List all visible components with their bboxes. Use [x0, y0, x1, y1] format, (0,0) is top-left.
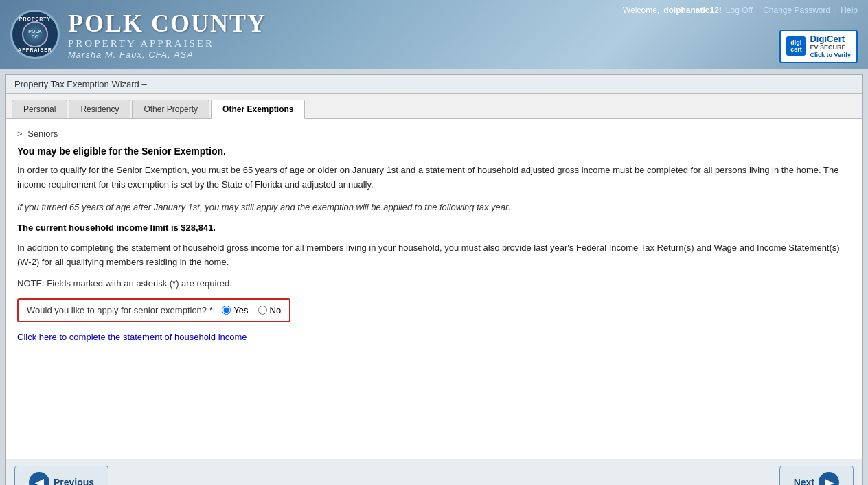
breadcrumb-label: Seniors — [27, 128, 58, 139]
log-off-link[interactable]: Log Off — [726, 5, 753, 15]
radio-yes-input[interactable] — [222, 306, 231, 315]
tab-personal[interactable]: Personal — [12, 100, 67, 118]
breadcrumb-arrow: > — [17, 128, 23, 139]
paragraph-1: In order to qualify for the Senior Exemp… — [17, 163, 851, 192]
next-label: Next — [794, 477, 814, 485]
tab-residency[interactable]: Residency — [69, 100, 130, 118]
next-button[interactable]: Next ▶ — [779, 466, 854, 485]
radio-yes-label: Yes — [233, 305, 248, 315]
previous-button[interactable]: ◀ Previous — [14, 466, 108, 485]
radio-no-label: No — [270, 305, 282, 315]
paragraph-2-italic: If you turned 65 years of age after Janu… — [17, 201, 851, 215]
change-password-link[interactable]: Change Password — [763, 5, 830, 15]
next-arrow-icon: ▶ — [819, 472, 839, 485]
note-text: NOTE: Fields marked with an asterisk (*)… — [17, 278, 851, 289]
tab-other-property[interactable]: Other Property — [132, 100, 209, 118]
tab-other-exemptions[interactable]: Other Exemptions — [211, 100, 305, 119]
help-link[interactable]: Help — [841, 5, 858, 15]
main-wrapper: Property Tax Exemption Wizard – Personal… — [5, 74, 863, 459]
section-title: You may be eligible for the Senior Exemp… — [17, 146, 851, 157]
content-area: > Seniors You may be eligible for the Se… — [6, 119, 862, 352]
income-statement-link[interactable]: Click here to complete the statement of … — [17, 332, 247, 342]
previous-arrow-icon: ◀ — [29, 472, 49, 485]
seal: POLKCO — [22, 21, 48, 47]
senior-exemption-radio-box: Would you like to apply for senior exemp… — [17, 298, 290, 322]
header-top-right: Welcome, dolphanatic12! Log Off | Change… — [623, 5, 858, 15]
bottom-navigation: ◀ Previous Next ▶ — [5, 459, 863, 485]
radio-question-label: Would you like to apply for senior exemp… — [27, 305, 215, 315]
radio-group: Yes No — [222, 305, 281, 315]
digicert-badge[interactable]: digicert DigiCert EV SECURE Click to Ver… — [779, 30, 858, 63]
digicert-text: DigiCert EV SECURE Click to Verify — [810, 34, 851, 59]
paragraph-3: In addition to completing the statement … — [17, 241, 851, 270]
header-left: PROPERTY POLKCO APPRAISER POLK COUNTY PR… — [10, 9, 266, 60]
previous-label: Previous — [54, 477, 94, 485]
header-title: POLK COUNTY PROPERTY APPRAISER Marsha M.… — [68, 9, 266, 60]
department-name: PROPERTY APPRAISER — [68, 38, 266, 49]
income-link-container: Click here to complete the statement of … — [17, 332, 851, 342]
income-limit: The current household income limit is $2… — [17, 223, 851, 233]
appraiser-name: Marsha M. Faux, CFA, ASA — [68, 49, 266, 60]
logo: PROPERTY POLKCO APPRAISER — [10, 10, 60, 59]
tabs-bar: Personal Residency Other Property Other … — [6, 94, 862, 119]
radio-yes-option[interactable]: Yes — [222, 305, 248, 315]
breadcrumb: > Seniors — [17, 128, 851, 139]
header: PROPERTY POLKCO APPRAISER POLK COUNTY PR… — [0, 0, 868, 69]
welcome-text: Welcome, — [623, 5, 659, 15]
wizard-title: Property Tax Exemption Wizard – — [6, 75, 862, 94]
radio-no-input[interactable] — [258, 306, 267, 315]
digicert-icon: digicert — [786, 36, 806, 56]
county-name: POLK COUNTY — [68, 9, 266, 38]
radio-no-option[interactable]: No — [258, 305, 282, 315]
username: dolphanatic12! — [663, 5, 722, 15]
